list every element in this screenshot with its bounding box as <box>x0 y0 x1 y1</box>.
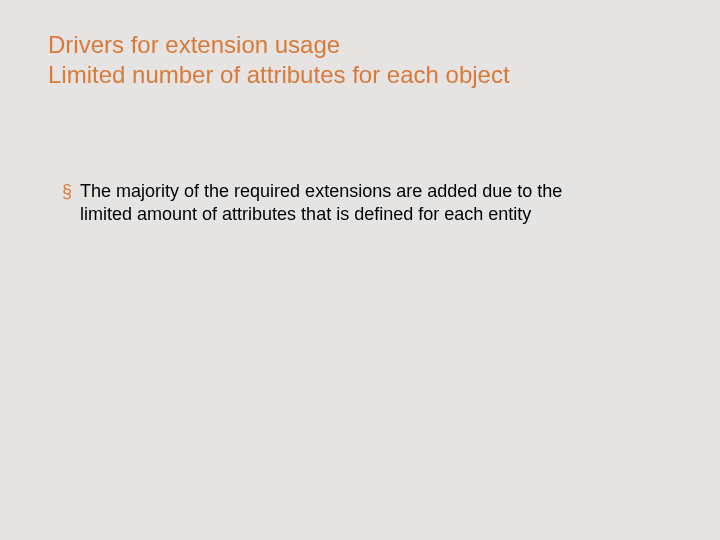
title-line-1: Drivers for extension usage <box>48 30 672 60</box>
content-area: § The majority of the required extension… <box>48 180 672 227</box>
title-line-2: Limited number of attributes for each ob… <box>48 60 672 90</box>
bullet-marker-icon: § <box>62 180 72 203</box>
slide: Drivers for extension usage Limited numb… <box>0 0 720 540</box>
bullet-text: The majority of the required extensions … <box>80 180 600 227</box>
title-block: Drivers for extension usage Limited numb… <box>48 30 672 90</box>
bullet-item: § The majority of the required extension… <box>62 180 672 227</box>
